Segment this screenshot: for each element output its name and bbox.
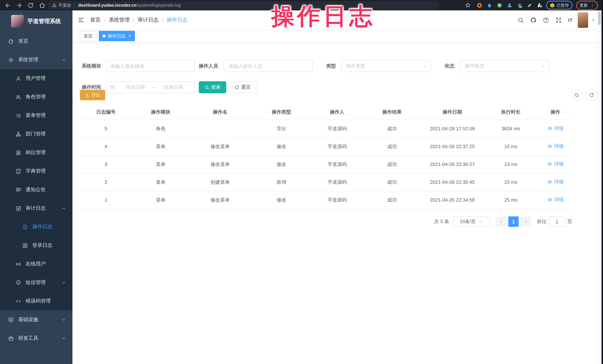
sidebar-item-infrastructure[interactable]: 基础设施 (0, 310, 72, 329)
sidebar-item-role-management[interactable]: 角色管理 (0, 88, 72, 106)
sidebar-item-sms-management[interactable]: 短信管理 (0, 273, 72, 292)
detail-link-label: 详细 (554, 161, 564, 167)
dashboard-icon (8, 38, 14, 44)
detail-link[interactable]: 详细 (547, 161, 564, 167)
close-icon[interactable]: ✕ (128, 34, 131, 38)
status-select[interactable]: 操作状态 (460, 60, 549, 72)
sidebar-item-dict-management[interactable]: 字典管理 (0, 162, 72, 180)
table-row: 3菜单修改菜单修改芋道源码成功2021-04-26 22:36:2713 ms详… (80, 155, 572, 173)
scrollbar-thumb[interactable] (598, 11, 601, 25)
navbar-actions: tT (511, 11, 596, 30)
detail-link[interactable]: 详细 (547, 143, 564, 150)
forward-icon[interactable] (16, 2, 22, 8)
next-page-button[interactable] (521, 216, 531, 227)
tab-label: 首页 (84, 33, 93, 39)
avatar[interactable] (578, 12, 588, 28)
page-number-button[interactable]: 1 (508, 216, 519, 227)
fullscreen-icon[interactable] (555, 17, 562, 23)
breadcrumb-item[interactable]: 审计日志 (138, 17, 159, 23)
tab-operate-log[interactable]: 操作日志✕ (99, 31, 135, 41)
tab-home[interactable]: 首页 (80, 31, 96, 41)
sidebar-item-login-log[interactable]: 登录日志 (0, 236, 72, 255)
table-cell: 角色 (132, 120, 189, 138)
sidebar-item-operate-log[interactable]: 操作日志 (0, 218, 72, 236)
table-cell: 2021-04-26 22:36:27 (422, 155, 483, 173)
reset-button[interactable]: 重置 (229, 81, 256, 93)
dark-on-extension-icon[interactable]: on (517, 2, 522, 8)
users-icon (16, 94, 21, 100)
address-bar[interactable]: 不安全 dashboard.yudao.iocoder.cn/system/lo… (47, 1, 439, 9)
sidebar-item-home[interactable]: 首页 (0, 32, 72, 51)
sidebar-item-error-code-management[interactable]: 错误码管理 (0, 292, 72, 310)
tags-view-bar: 首页操作日志✕ (72, 30, 603, 43)
emoji-face-icon (550, 3, 555, 8)
sidebar-item-online-users[interactable]: 在线用户 (0, 255, 72, 273)
breadcrumb: 首页/系统管理/审计日志/操作日志 (90, 11, 187, 30)
paused-extension-badge[interactable]: 已暂停 (546, 1, 573, 10)
font-size-icon[interactable]: tT (568, 17, 573, 23)
search-icon (204, 85, 209, 90)
back-icon[interactable] (4, 2, 11, 8)
end-date-placeholder: 结束日期 (156, 84, 191, 91)
sidebar-item-post-management[interactable]: 岗位管理 (0, 143, 72, 162)
green-v-extension-icon[interactable] (497, 2, 502, 8)
caret-down-icon[interactable] (591, 18, 596, 22)
type-select-placeholder: 操作类型 (346, 63, 365, 69)
sidebar-item-label: 操作日志 (32, 223, 52, 230)
chevron-left-icon (499, 220, 503, 224)
sidebar-item-audit-log[interactable]: 审计日志 (0, 199, 72, 218)
eye-icon (547, 144, 553, 149)
pagination: 共 5 条 10条/页 1 前往 页 (80, 216, 572, 227)
extension-icons: on (477, 2, 543, 8)
hamburger-icon[interactable] (78, 17, 85, 23)
blue-drop-extension-icon[interactable] (487, 2, 492, 8)
toggle-search-button[interactable] (571, 89, 582, 101)
browser-update-button[interactable]: 更新 ⋮ (576, 0, 598, 10)
github-icon[interactable] (530, 17, 536, 23)
blue-gem-extension-icon[interactable] (507, 2, 512, 8)
detail-link[interactable]: 详细 (547, 125, 564, 132)
detail-link[interactable]: 详细 (547, 196, 564, 203)
table-cell: 4 (80, 138, 132, 155)
table-cell: 创建菜单 (189, 173, 251, 191)
type-label: 类型 (321, 60, 336, 72)
page-size-select[interactable]: 10条/页 (453, 216, 490, 227)
home-icon[interactable] (39, 2, 45, 8)
app-logo-row[interactable]: 芋道管理系统 (0, 11, 72, 32)
operator-input[interactable] (224, 60, 313, 72)
green-leaf-extension-icon[interactable] (527, 2, 533, 8)
sidebar-item-label: 登录日志 (32, 242, 52, 249)
table-cell: 13 ms (483, 155, 539, 173)
sidebar-item-notice-announcement[interactable]: 通知公告 (0, 180, 72, 199)
sidebar-item-menu-management[interactable]: 菜单管理 (0, 106, 72, 125)
breadcrumb-item[interactable]: 首页 (90, 17, 101, 23)
sidebar-item-user-management[interactable]: 用户管理 (0, 69, 72, 88)
refresh-table-button[interactable] (586, 89, 597, 101)
search-icon[interactable] (517, 17, 524, 23)
chevron-down-icon (62, 280, 66, 285)
date-range-picker[interactable]: 开始日期 - 结束日期 (105, 81, 195, 93)
search-button[interactable]: 搜索 (199, 81, 226, 93)
help-icon[interactable] (543, 17, 549, 23)
chevron-down-icon (62, 318, 66, 322)
table-cell: 菜单 (132, 191, 189, 209)
browser-menu-icon[interactable]: ⋮ (590, 3, 594, 8)
table-cell: 详细 (539, 191, 572, 209)
prev-page-button[interactable] (496, 216, 506, 227)
svg-text:on: on (519, 6, 522, 8)
puzzle-extension-icon[interactable] (537, 2, 543, 8)
sidebar-item-system-management[interactable]: 系统管理 (0, 51, 72, 69)
breadcrumb-item[interactable]: 系统管理 (109, 17, 130, 23)
reload-icon[interactable] (27, 2, 34, 8)
export-button[interactable]: 导出 (80, 90, 105, 100)
login-log-icon (22, 243, 28, 248)
detail-link[interactable]: 详细 (547, 178, 564, 185)
address-divider (74, 3, 75, 7)
type-select[interactable]: 操作类型 (341, 60, 431, 72)
module-input[interactable] (105, 60, 195, 72)
sidebar-item-dept-management[interactable]: 部门管理 (0, 125, 72, 143)
bookmark-star-icon[interactable] (465, 2, 471, 8)
sidebar-item-dev-tools[interactable]: 研发工具 (0, 329, 72, 347)
goto-page-input[interactable] (549, 216, 565, 227)
orange-ring-extension-icon[interactable] (477, 2, 482, 8)
